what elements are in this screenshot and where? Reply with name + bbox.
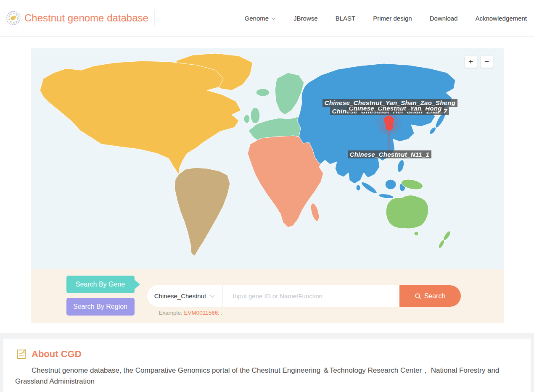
region-ireland xyxy=(244,115,250,123)
search-button-label: Search xyxy=(424,292,446,300)
region-australia xyxy=(386,195,428,229)
about-text: Chestnut genome database, the Comparativ… xyxy=(15,365,519,387)
header: Chestnut genome database Genome JBrowse … xyxy=(0,0,534,37)
world-map-svg xyxy=(31,48,504,269)
zoom-out-button[interactable]: − xyxy=(481,56,493,68)
map-marker[interactable] xyxy=(385,122,394,131)
nav-acknowledgement[interactable]: Acknowledgement xyxy=(475,15,527,22)
hero-section: Chinese_Chestnut_Yan_Shan_Zao_Sheng Chin… xyxy=(0,37,534,333)
zoom-in-button[interactable]: + xyxy=(465,56,477,68)
main-nav: Genome JBrowse BLAST Primer design Downl… xyxy=(245,15,527,22)
nav-genome-label: Genome xyxy=(245,15,269,22)
search-mode-buttons: Search By Gene Search By Region xyxy=(66,276,135,316)
nav-blast[interactable]: BLAST xyxy=(336,15,356,22)
site-logo-icon xyxy=(6,11,21,26)
about-title: About CGD xyxy=(32,349,82,360)
site-title: Chestnut genome database xyxy=(24,12,148,24)
region-borneo xyxy=(385,179,396,189)
nav-genome[interactable]: Genome xyxy=(245,15,276,22)
search-example: Example: EVM0011566; ; xyxy=(159,310,223,316)
search-panel: Search By Gene Search By Region Chinese_… xyxy=(31,269,504,323)
species-select-value: Chinese_Chestnut xyxy=(154,292,206,300)
map-label-n11-1[interactable]: Chinese_Chestnut_N11_1 xyxy=(348,150,432,158)
search-icon xyxy=(415,293,421,300)
about-section: About CGD Chestnut genome database, the … xyxy=(3,339,531,392)
nav-download[interactable]: Download xyxy=(430,15,458,22)
region-iceland xyxy=(256,89,270,96)
map-zoom-controls: + − xyxy=(465,56,493,68)
region-sri-lanka xyxy=(356,185,360,191)
map-label-yan-shan-zao-sheng[interactable]: Chinese_Chestnut_Yan_Shan_Zao_Sheng xyxy=(323,99,458,107)
chevron-down-icon xyxy=(271,17,276,20)
world-map[interactable]: Chinese_Chestnut_Yan_Shan_Zao_Sheng Chin… xyxy=(31,48,504,269)
nav-primer-design[interactable]: Primer design xyxy=(373,15,412,22)
divider xyxy=(154,10,155,26)
example-prefix: Example: xyxy=(159,310,184,316)
chevron-down-icon xyxy=(210,295,215,298)
search-by-region-button[interactable]: Search By Region xyxy=(66,298,135,316)
search-bar: Chinese_Chestnut Search xyxy=(147,285,461,307)
document-icon xyxy=(16,349,27,360)
region-tasmania xyxy=(414,232,418,236)
region-uk xyxy=(251,108,260,124)
species-select[interactable]: Chinese_Chestnut xyxy=(147,285,223,307)
search-button[interactable]: Search xyxy=(399,285,461,307)
search-by-gene-button[interactable]: Search By Gene xyxy=(66,276,135,293)
gene-search-input[interactable] xyxy=(223,285,399,307)
about-heading: About CGD xyxy=(15,349,519,360)
example-gene-link[interactable]: EVM0011566; ; xyxy=(184,310,223,316)
nav-jbrowse[interactable]: JBrowse xyxy=(293,15,318,22)
